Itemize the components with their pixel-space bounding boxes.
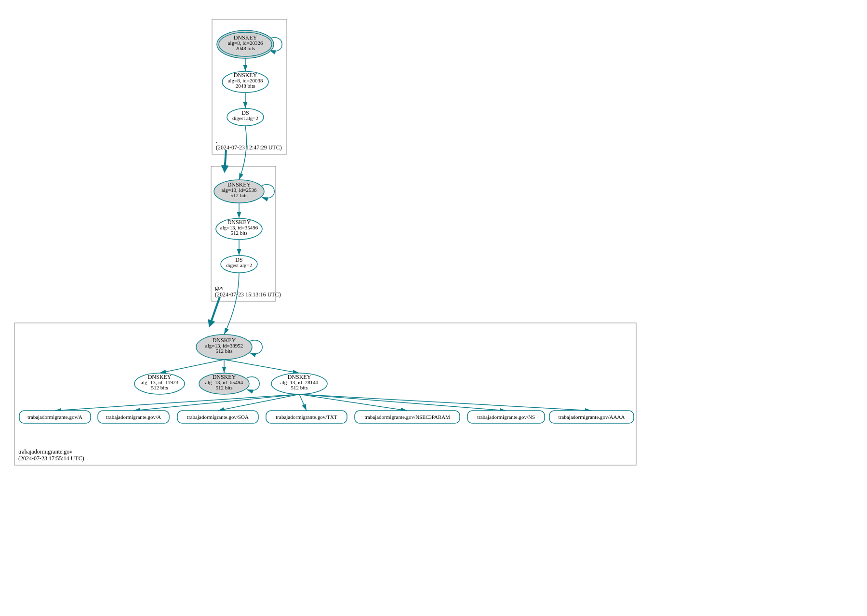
- rrset-label: trabajadormigrante.gov/A: [27, 414, 82, 420]
- rrset-label: trabajadormigrante.gov/NSEC3PARAM: [364, 414, 450, 420]
- signature-edge: [299, 394, 592, 411]
- zone-delegation-edge: [225, 150, 226, 171]
- node-label: digest alg=2: [232, 115, 258, 121]
- signature-edge: [299, 394, 407, 411]
- node-label: 512 bits: [215, 348, 232, 354]
- node-label: 512 bits: [291, 385, 307, 390]
- signature-edge: [299, 394, 506, 411]
- zone-box: [14, 323, 636, 465]
- signature-edge: [239, 126, 246, 180]
- rrset-label: trabajadormigrante.gov/AAAA: [559, 414, 625, 420]
- zone-timestamp: (2024-07-23 15:13:16 UTC): [215, 291, 281, 298]
- signature-edge: [224, 273, 239, 335]
- zone-timestamp: (2024-07-23 12:47:29 UTC): [216, 144, 282, 151]
- rrset-label: trabajadormigrante.gov/SOA: [187, 414, 249, 420]
- node-label: 512 bits: [230, 230, 247, 236]
- node-label: digest alg=2: [226, 262, 252, 268]
- node-label: 2048 bits: [236, 83, 255, 89]
- zone-timestamp: (2024-07-23 17:55:14 UTC): [18, 455, 84, 462]
- node-label: 512 bits: [230, 192, 247, 198]
- signature-edge: [224, 360, 299, 373]
- rrset-label: trabajadormigrante.gov/A: [106, 414, 161, 420]
- signature-edge: [160, 360, 224, 373]
- rrset-label: trabajadormigrante.gov/NS: [477, 414, 535, 420]
- dnssec-chain-diagram: .(2024-07-23 12:47:29 UTC)gov(2024-07-23…: [10, 10, 641, 472]
- node-label: 512 bits: [151, 385, 168, 390]
- node-label: 512 bits: [215, 385, 232, 390]
- zone-name: gov: [215, 284, 224, 291]
- zone-name: trabajadormigrante.gov: [18, 448, 72, 455]
- zone-name: .: [216, 137, 217, 144]
- signature-edge: [133, 394, 299, 411]
- rrset-label: trabajadormigrante.gov/TXT: [276, 414, 337, 420]
- signature-edge: [55, 394, 299, 411]
- node-label: 2048 bits: [236, 45, 255, 51]
- signature-edge: [299, 394, 307, 411]
